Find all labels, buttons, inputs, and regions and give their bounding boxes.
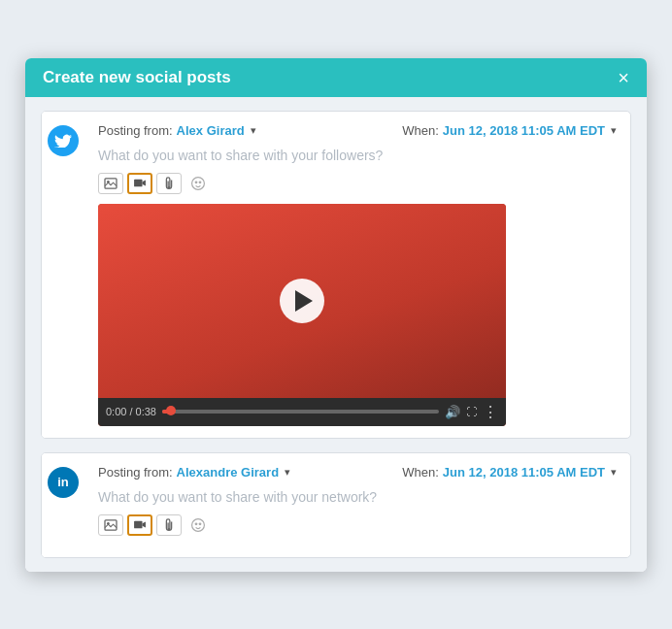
- linkedin-post-meta: Posting from: Alexandre Girard ▾ When: J…: [98, 465, 617, 480]
- linkedin-when-value: Jun 12, 2018 11:05 AM EDT: [443, 465, 605, 480]
- linkedin-image-button[interactable]: [98, 514, 123, 536]
- linkedin-post-placeholder[interactable]: What do you want to share with your netw…: [98, 489, 617, 505]
- linkedin-posting-from: Posting from: Alexandre Girard ▾: [98, 465, 290, 480]
- create-post-modal: Create new social posts × Posting from: …: [25, 58, 647, 572]
- twitter-volume-icon[interactable]: 🔊: [445, 405, 460, 419]
- twitter-when-label: When:: [402, 123, 439, 138]
- modal-title: Create new social posts: [43, 68, 231, 87]
- twitter-emoji-button[interactable]: [185, 173, 211, 194]
- twitter-platform-icon: [42, 112, 84, 438]
- twitter-posting-from-dropdown-icon[interactable]: ▾: [251, 124, 256, 137]
- linkedin-clip-button[interactable]: [156, 514, 182, 536]
- modal-header: Create new social posts ×: [25, 58, 647, 97]
- twitter-video-controls: 0:00 / 0:38 🔊 ⛶ ⋮: [98, 398, 506, 426]
- linkedin-posting-from-value: Alexandre Girard: [177, 465, 280, 480]
- linkedin-video-button[interactable]: [127, 514, 152, 536]
- svg-point-3: [192, 177, 205, 189]
- svg-point-9: [192, 518, 205, 531]
- twitter-fullscreen-icon[interactable]: ⛶: [466, 406, 477, 417]
- linkedin-emoji-button[interactable]: [185, 514, 211, 536]
- twitter-video-time: 0:00 / 0:38: [106, 406, 156, 417]
- twitter-posting-from-label: Posting from:: [98, 123, 173, 138]
- linkedin-when-label: When:: [402, 465, 439, 480]
- twitter-post-meta: Posting from: Alex Girard ▾ When: Jun 12…: [98, 123, 617, 138]
- twitter-when: When: Jun 12, 2018 11:05 AM EDT ▾: [402, 123, 617, 138]
- twitter-when-dropdown-icon[interactable]: ▾: [611, 124, 617, 137]
- linkedin-toolbar: [98, 514, 617, 536]
- svg-rect-6: [105, 519, 117, 529]
- twitter-when-value: Jun 12, 2018 11:05 AM EDT: [443, 123, 605, 138]
- close-button[interactable]: ×: [618, 68, 629, 87]
- twitter-video-player: [98, 204, 506, 398]
- linkedin-icon-text: in: [57, 475, 69, 489]
- twitter-circle: [48, 125, 79, 156]
- twitter-play-button[interactable]: [280, 279, 324, 323]
- svg-point-11: [199, 523, 201, 525]
- linkedin-post-card: in Posting from: Alexandre Girard ▾ When…: [41, 452, 631, 558]
- svg-rect-8: [134, 521, 142, 529]
- linkedin-posting-from-label: Posting from:: [98, 465, 173, 480]
- svg-rect-2: [134, 180, 142, 187]
- twitter-post-content: Posting from: Alex Girard ▾ When: Jun 12…: [84, 112, 630, 438]
- twitter-video-container: 0:00 / 0:38 🔊 ⛶ ⋮: [98, 204, 506, 426]
- svg-point-5: [199, 182, 201, 183]
- twitter-post-placeholder[interactable]: What do you want to share with your foll…: [98, 148, 617, 163]
- linkedin-post-content: Posting from: Alexandre Girard ▾ When: J…: [84, 453, 630, 557]
- twitter-toolbar: [98, 173, 617, 194]
- twitter-progress-bar[interactable]: [162, 410, 439, 414]
- svg-point-4: [195, 182, 197, 183]
- twitter-posting-from: Posting from: Alex Girard ▾: [98, 123, 256, 138]
- twitter-post-card: Posting from: Alex Girard ▾ When: Jun 12…: [41, 111, 631, 439]
- linkedin-when-dropdown-icon[interactable]: ▾: [611, 466, 617, 479]
- play-triangle-icon: [295, 290, 313, 312]
- linkedin-platform-icon: in: [42, 453, 84, 557]
- linkedin-when: When: Jun 12, 2018 11:05 AM EDT ▾: [402, 465, 617, 480]
- twitter-clip-button[interactable]: [156, 173, 182, 194]
- linkedin-circle: in: [48, 467, 79, 498]
- twitter-video-button[interactable]: [127, 173, 152, 194]
- twitter-progress-dot: [166, 406, 176, 415]
- twitter-more-icon[interactable]: ⋮: [483, 403, 498, 421]
- svg-point-10: [195, 523, 197, 525]
- svg-rect-0: [105, 178, 117, 187]
- twitter-image-button[interactable]: [98, 173, 123, 194]
- twitter-posting-from-value: Alex Girard: [177, 123, 245, 138]
- modal-body: Posting from: Alex Girard ▾ When: Jun 12…: [25, 97, 647, 572]
- linkedin-posting-from-dropdown-icon[interactable]: ▾: [285, 466, 290, 479]
